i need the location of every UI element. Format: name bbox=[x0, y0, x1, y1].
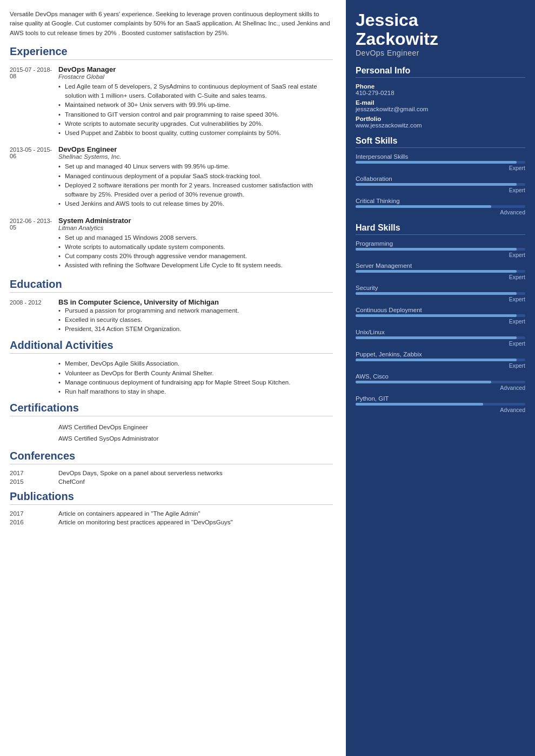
conference-year: 2017 bbox=[10, 470, 58, 476]
skill-level-label: Expert bbox=[356, 296, 525, 302]
education-list: 2008 - 2012BS in Computer Science, Unive… bbox=[10, 298, 333, 334]
exp-bullets: Led Agile team of 5 developers, 2 SysAdm… bbox=[58, 82, 333, 138]
hard-skills-list: ProgrammingExpertServer ManagementExpert… bbox=[356, 240, 525, 413]
exp-bullet-item: Wrote scripts to automatically update sy… bbox=[58, 242, 333, 252]
certifications-section-title: Certifications bbox=[10, 402, 333, 416]
hard-skill-name: Python, GIT bbox=[356, 395, 525, 402]
certification-item: AWS Certified SysOps Administrator bbox=[58, 433, 333, 444]
email-value: jesszackowitz@gmail.com bbox=[356, 106, 525, 112]
edu-degree-title: BS in Computer Science, University of Mi… bbox=[58, 298, 333, 306]
skill-level-label: Expert bbox=[356, 165, 525, 171]
exp-dates: 2012-06 - 2013-05 bbox=[10, 217, 58, 271]
exp-content: DevOps ManagerFrostacre GlobalLed Agile … bbox=[58, 65, 333, 138]
exp-company: Shellnac Systems, Inc. bbox=[58, 153, 333, 160]
hard-skill-name: Server Management bbox=[356, 262, 525, 269]
skill-bar-background bbox=[356, 270, 525, 273]
skill-level-label: Advanced bbox=[356, 209, 525, 215]
hard-skills-title: Hard Skills bbox=[356, 223, 525, 235]
experience-entry: 2012-06 - 2013-05System AdministratorLit… bbox=[10, 217, 333, 271]
exp-dates: 2013-05 - 2015-06 bbox=[10, 145, 58, 208]
skill-bar-fill bbox=[356, 381, 491, 383]
skill-bar-background bbox=[356, 205, 525, 208]
hard-skill-name: Unix/Linux bbox=[356, 329, 525, 335]
skill-bar-background bbox=[356, 359, 525, 361]
skill-level-label: Expert bbox=[356, 274, 525, 280]
soft-skills-title: Soft Skills bbox=[356, 136, 525, 148]
hard-skill-name: Continuous Deployment bbox=[356, 307, 525, 313]
publication-entry: 2017Article on containers appeared in "T… bbox=[10, 510, 333, 517]
edu-content: BS in Computer Science, University of Mi… bbox=[58, 298, 333, 334]
summary-text: Versatile DevOps manager with 6 years' e… bbox=[10, 10, 333, 38]
exp-company: Litman Analytics bbox=[58, 225, 333, 231]
edu-bullet-item: President, 314 Action STEM Organization. bbox=[58, 325, 333, 334]
exp-bullet-item: Cut company costs 20% through aggressive… bbox=[58, 252, 333, 261]
candidate-job-title: DevOps Engineer bbox=[356, 49, 525, 57]
additional-bullet-item: Run half marathons to stay in shape. bbox=[58, 387, 333, 396]
additional-entry: Member, DevOps Agile Skills Association.… bbox=[10, 359, 333, 396]
skill-bar-fill bbox=[356, 336, 517, 339]
skill-bar-background bbox=[356, 161, 525, 164]
exp-bullet-item: Used Jenkins and AWS tools to cut releas… bbox=[58, 199, 333, 208]
resume-container: Versatile DevOps manager with 6 years' e… bbox=[0, 0, 535, 756]
exp-bullet-item: Wrote scripts to automate security upgra… bbox=[58, 119, 333, 129]
additional-bullet-item: Member, DevOps Agile Skills Association. bbox=[58, 359, 333, 368]
left-column: Versatile DevOps manager with 6 years' e… bbox=[0, 0, 346, 756]
exp-bullet-item: Set up and managed 40 Linux servers with… bbox=[58, 162, 333, 171]
skill-bar-fill bbox=[356, 161, 517, 164]
publication-entry: 2016Article on monitoring best practices… bbox=[10, 519, 333, 525]
exp-job-title: DevOps Manager bbox=[58, 65, 333, 73]
edu-bullets: Pursued a passion for programming and ne… bbox=[58, 306, 333, 334]
conference-entry: 2015ChefConf bbox=[10, 478, 333, 485]
skill-bar-fill bbox=[356, 403, 483, 406]
publication-content: Article on monitoring best practices app… bbox=[58, 519, 333, 525]
skill-bar-fill bbox=[356, 205, 491, 208]
experience-entry: 2015-07 - 2018-08DevOps ManagerFrostacre… bbox=[10, 65, 333, 138]
exp-bullet-item: Deployed 2 software iterations per month… bbox=[58, 181, 333, 200]
exp-bullet-item: Maintained network of 30+ Unix servers w… bbox=[58, 100, 333, 110]
portfolio-label: Portfolio bbox=[356, 116, 525, 122]
exp-content: DevOps EngineerShellnac Systems, Inc.Set… bbox=[58, 145, 333, 208]
skill-bar-background bbox=[356, 403, 525, 406]
hard-skill-name: Security bbox=[356, 285, 525, 291]
soft-skills-list: Interpersonal SkillsExpertCollaborationE… bbox=[356, 153, 525, 215]
skill-level-label: Expert bbox=[356, 340, 525, 347]
skill-bar-background bbox=[356, 292, 525, 295]
exp-content: System AdministratorLitman AnalyticsSet … bbox=[58, 217, 333, 271]
additional-bullet-item: Manage continuous deployment of fundrais… bbox=[58, 378, 333, 387]
experience-entry: 2013-05 - 2015-06DevOps EngineerShellnac… bbox=[10, 145, 333, 208]
conference-entry: 2017DevOps Days, Spoke on a panel about … bbox=[10, 470, 333, 476]
edu-bullet-item: Excelled in security classes. bbox=[58, 315, 333, 325]
experience-section-title: Experience bbox=[10, 45, 333, 60]
soft-skill-name: Interpersonal Skills bbox=[356, 153, 525, 160]
skill-level-label: Expert bbox=[356, 187, 525, 193]
edu-bullet-item: Pursued a passion for programming and ne… bbox=[58, 306, 333, 315]
publication-year: 2017 bbox=[10, 510, 58, 517]
publication-year: 2016 bbox=[10, 519, 58, 525]
publication-content: Article on containers appeared in "The A… bbox=[58, 510, 333, 517]
skill-level-label: Advanced bbox=[356, 407, 525, 413]
skill-level-label: Advanced bbox=[356, 384, 525, 391]
education-section-title: Education bbox=[10, 278, 333, 293]
conferences-section-title: Conferences bbox=[10, 450, 333, 464]
skill-level-label: Expert bbox=[356, 252, 525, 258]
additional-section-title: Additional Activities bbox=[10, 339, 333, 354]
pub-list: 2017Article on containers appeared in "T… bbox=[10, 510, 333, 525]
skill-level-label: Expert bbox=[356, 318, 525, 325]
exp-bullet-item: Led Agile team of 5 developers, 2 SysAdm… bbox=[58, 82, 333, 101]
exp-job-title: System Administrator bbox=[58, 217, 333, 225]
skill-bar-fill bbox=[356, 359, 517, 361]
hard-skill-name: Programming bbox=[356, 240, 525, 247]
soft-skill-name: Collaboration bbox=[356, 176, 525, 182]
exp-dates: 2015-07 - 2018-08 bbox=[10, 65, 58, 138]
skill-level-label: Expert bbox=[356, 362, 525, 369]
skill-bar-fill bbox=[356, 314, 517, 317]
skill-bar-fill bbox=[356, 183, 517, 186]
conference-content: ChefConf bbox=[58, 478, 333, 485]
phone-label: Phone bbox=[356, 83, 525, 90]
conference-year: 2015 bbox=[10, 478, 58, 485]
personal-info-title: Personal Info bbox=[356, 66, 525, 78]
exp-bullet-item: Set up and managed 15 Windows 2008 serve… bbox=[58, 233, 333, 242]
conference-content: DevOps Days, Spoke on a panel about serv… bbox=[58, 470, 333, 476]
hard-skill-name: Puppet, Jenkins, Zabbix bbox=[356, 351, 525, 357]
email-label: E-mail bbox=[356, 99, 525, 106]
